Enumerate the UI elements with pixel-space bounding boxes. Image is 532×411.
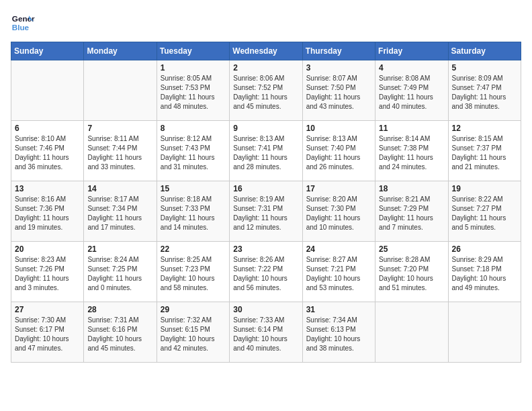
day-info: Sunrise: 7:32 AM Sunset: 6:15 PM Dayligh… bbox=[161, 316, 226, 353]
calendar-cell: 1Sunrise: 8:05 AM Sunset: 7:53 PM Daylig… bbox=[157, 60, 229, 121]
day-info: Sunrise: 8:29 AM Sunset: 7:18 PM Dayligh… bbox=[452, 255, 517, 293]
day-info: Sunrise: 8:13 AM Sunset: 7:41 PM Dayligh… bbox=[233, 134, 298, 172]
day-number: 4 bbox=[379, 63, 444, 73]
calendar-cell: 15Sunrise: 8:18 AM Sunset: 7:33 PM Dayli… bbox=[157, 181, 229, 242]
calendar-cell: 16Sunrise: 8:19 AM Sunset: 7:31 PM Dayli… bbox=[230, 181, 302, 242]
calendar-cell: 10Sunrise: 8:13 AM Sunset: 7:40 PM Dayli… bbox=[302, 121, 375, 181]
day-info: Sunrise: 8:22 AM Sunset: 7:27 PM Dayligh… bbox=[452, 195, 517, 232]
day-info: Sunrise: 8:20 AM Sunset: 7:30 PM Dayligh… bbox=[306, 195, 371, 232]
calendar-cell: 17Sunrise: 8:20 AM Sunset: 7:30 PM Dayli… bbox=[302, 181, 375, 242]
day-number: 6 bbox=[15, 124, 80, 133]
day-number: 21 bbox=[87, 244, 152, 254]
day-number: 31 bbox=[306, 305, 371, 314]
day-info: Sunrise: 8:07 AM Sunset: 7:50 PM Dayligh… bbox=[306, 74, 371, 111]
day-number: 14 bbox=[87, 184, 152, 193]
day-header-monday: Monday bbox=[84, 42, 157, 60]
day-number: 15 bbox=[161, 184, 226, 193]
calendar-cell: 19Sunrise: 8:22 AM Sunset: 7:27 PM Dayli… bbox=[448, 181, 521, 242]
day-info: Sunrise: 8:15 AM Sunset: 7:37 PM Dayligh… bbox=[452, 134, 517, 172]
day-number: 17 bbox=[306, 184, 371, 193]
calendar-week-4: 20Sunrise: 8:23 AM Sunset: 7:26 PM Dayli… bbox=[11, 242, 521, 302]
calendar-cell: 22Sunrise: 8:25 AM Sunset: 7:23 PM Dayli… bbox=[157, 242, 229, 302]
day-info: Sunrise: 8:16 AM Sunset: 7:36 PM Dayligh… bbox=[15, 195, 80, 232]
day-info: Sunrise: 8:27 AM Sunset: 7:21 PM Dayligh… bbox=[306, 255, 371, 293]
day-number: 9 bbox=[233, 124, 298, 133]
day-number: 27 bbox=[15, 305, 80, 314]
day-info: Sunrise: 7:33 AM Sunset: 6:14 PM Dayligh… bbox=[233, 316, 298, 353]
day-number: 18 bbox=[379, 184, 444, 193]
day-header-saturday: Saturday bbox=[448, 42, 521, 60]
day-header-wednesday: Wednesday bbox=[230, 42, 302, 60]
calendar-cell bbox=[11, 60, 84, 121]
calendar-cell: 28Sunrise: 7:31 AM Sunset: 6:16 PM Dayli… bbox=[84, 302, 157, 363]
page-header: General Blue bbox=[11, 11, 521, 35]
calendar-cell: 13Sunrise: 8:16 AM Sunset: 7:36 PM Dayli… bbox=[11, 181, 84, 242]
day-number: 3 bbox=[306, 63, 371, 73]
calendar-cell: 24Sunrise: 8:27 AM Sunset: 7:21 PM Dayli… bbox=[302, 242, 375, 302]
day-number: 12 bbox=[452, 124, 517, 133]
day-number: 10 bbox=[306, 124, 371, 133]
logo: General Blue bbox=[11, 11, 38, 35]
calendar-cell: 5Sunrise: 8:09 AM Sunset: 7:47 PM Daylig… bbox=[448, 60, 521, 121]
day-info: Sunrise: 8:14 AM Sunset: 7:38 PM Dayligh… bbox=[379, 134, 444, 172]
calendar-cell: 21Sunrise: 8:24 AM Sunset: 7:25 PM Dayli… bbox=[84, 242, 157, 302]
day-number: 16 bbox=[233, 184, 298, 193]
day-number: 25 bbox=[379, 244, 444, 254]
calendar-cell: 27Sunrise: 7:30 AM Sunset: 6:17 PM Dayli… bbox=[11, 302, 84, 363]
calendar-cell: 11Sunrise: 8:14 AM Sunset: 7:38 PM Dayli… bbox=[375, 121, 448, 181]
day-info: Sunrise: 8:24 AM Sunset: 7:25 PM Dayligh… bbox=[87, 255, 152, 293]
day-info: Sunrise: 7:31 AM Sunset: 6:16 PM Dayligh… bbox=[87, 316, 152, 353]
calendar-cell: 18Sunrise: 8:21 AM Sunset: 7:29 PM Dayli… bbox=[375, 181, 448, 242]
calendar-cell: 6Sunrise: 8:10 AM Sunset: 7:46 PM Daylig… bbox=[11, 121, 84, 181]
svg-text:Blue: Blue bbox=[12, 23, 30, 32]
calendar-week-5: 27Sunrise: 7:30 AM Sunset: 6:17 PM Dayli… bbox=[11, 302, 521, 363]
calendar-cell: 31Sunrise: 7:34 AM Sunset: 6:13 PM Dayli… bbox=[302, 302, 375, 363]
svg-text:General: General bbox=[12, 14, 35, 23]
calendar-cell bbox=[448, 302, 521, 363]
day-number: 26 bbox=[452, 244, 517, 254]
day-header-sunday: Sunday bbox=[11, 42, 84, 60]
day-info: Sunrise: 8:11 AM Sunset: 7:44 PM Dayligh… bbox=[87, 134, 152, 172]
calendar-cell: 2Sunrise: 8:06 AM Sunset: 7:52 PM Daylig… bbox=[230, 60, 302, 121]
day-number: 2 bbox=[233, 63, 298, 73]
calendar-table: SundayMondayTuesdayWednesdayThursdayFrid… bbox=[11, 42, 521, 363]
day-info: Sunrise: 8:18 AM Sunset: 7:33 PM Dayligh… bbox=[161, 195, 226, 232]
day-info: Sunrise: 8:23 AM Sunset: 7:26 PM Dayligh… bbox=[15, 255, 80, 293]
calendar-cell: 8Sunrise: 8:12 AM Sunset: 7:43 PM Daylig… bbox=[157, 121, 229, 181]
day-number: 30 bbox=[233, 305, 298, 314]
calendar-cell: 12Sunrise: 8:15 AM Sunset: 7:37 PM Dayli… bbox=[448, 121, 521, 181]
day-info: Sunrise: 8:09 AM Sunset: 7:47 PM Dayligh… bbox=[452, 74, 517, 111]
calendar-cell: 23Sunrise: 8:26 AM Sunset: 7:22 PM Dayli… bbox=[230, 242, 302, 302]
day-header-tuesday: Tuesday bbox=[157, 42, 229, 60]
day-info: Sunrise: 7:30 AM Sunset: 6:17 PM Dayligh… bbox=[15, 316, 80, 353]
day-number: 29 bbox=[161, 305, 226, 314]
day-header-friday: Friday bbox=[375, 42, 448, 60]
calendar-cell bbox=[375, 302, 448, 363]
day-number: 28 bbox=[87, 305, 152, 314]
day-number: 1 bbox=[161, 63, 226, 73]
calendar-cell: 29Sunrise: 7:32 AM Sunset: 6:15 PM Dayli… bbox=[157, 302, 229, 363]
day-number: 19 bbox=[452, 184, 517, 193]
day-info: Sunrise: 8:12 AM Sunset: 7:43 PM Dayligh… bbox=[161, 134, 226, 172]
day-info: Sunrise: 8:19 AM Sunset: 7:31 PM Dayligh… bbox=[233, 195, 298, 232]
day-number: 8 bbox=[161, 124, 226, 133]
calendar-header-row: SundayMondayTuesdayWednesdayThursdayFrid… bbox=[11, 42, 521, 60]
calendar-cell: 3Sunrise: 8:07 AM Sunset: 7:50 PM Daylig… bbox=[302, 60, 375, 121]
day-number: 23 bbox=[233, 244, 298, 254]
calendar-week-3: 13Sunrise: 8:16 AM Sunset: 7:36 PM Dayli… bbox=[11, 181, 521, 242]
day-info: Sunrise: 8:08 AM Sunset: 7:49 PM Dayligh… bbox=[379, 74, 444, 111]
calendar-week-1: 1Sunrise: 8:05 AM Sunset: 7:53 PM Daylig… bbox=[11, 60, 521, 121]
day-info: Sunrise: 7:34 AM Sunset: 6:13 PM Dayligh… bbox=[306, 316, 371, 353]
calendar-cell: 4Sunrise: 8:08 AM Sunset: 7:49 PM Daylig… bbox=[375, 60, 448, 121]
calendar-week-2: 6Sunrise: 8:10 AM Sunset: 7:46 PM Daylig… bbox=[11, 121, 521, 181]
calendar-cell: 30Sunrise: 7:33 AM Sunset: 6:14 PM Dayli… bbox=[230, 302, 302, 363]
calendar-cell: 25Sunrise: 8:28 AM Sunset: 7:20 PM Dayli… bbox=[375, 242, 448, 302]
logo-icon: General Blue bbox=[11, 11, 35, 35]
calendar-cell: 26Sunrise: 8:29 AM Sunset: 7:18 PM Dayli… bbox=[448, 242, 521, 302]
calendar-cell: 20Sunrise: 8:23 AM Sunset: 7:26 PM Dayli… bbox=[11, 242, 84, 302]
day-info: Sunrise: 8:21 AM Sunset: 7:29 PM Dayligh… bbox=[379, 195, 444, 232]
day-info: Sunrise: 8:28 AM Sunset: 7:20 PM Dayligh… bbox=[379, 255, 444, 293]
day-number: 24 bbox=[306, 244, 371, 254]
calendar-cell: 9Sunrise: 8:13 AM Sunset: 7:41 PM Daylig… bbox=[230, 121, 302, 181]
calendar-cell: 14Sunrise: 8:17 AM Sunset: 7:34 PM Dayli… bbox=[84, 181, 157, 242]
